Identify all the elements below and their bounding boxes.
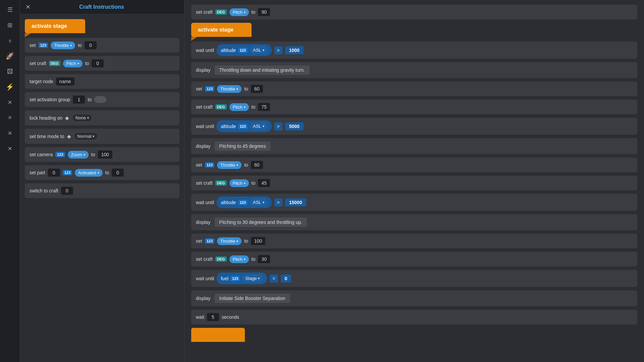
zoom-value[interactable]: 100 bbox=[98, 150, 112, 159]
to-label-r1: to bbox=[252, 9, 256, 15]
pitch-value[interactable]: 0 bbox=[92, 59, 104, 67]
set-craft-label-r4: set craft bbox=[196, 256, 213, 262]
throttle-dropdown-r3[interactable]: Throttle ▾ bbox=[217, 161, 241, 169]
op-greater-1: > bbox=[274, 46, 282, 54]
activate-stage-label-left: activate stage bbox=[32, 23, 67, 29]
diamond-icon2: ◆ bbox=[67, 133, 71, 139]
pitch-dropdown[interactable]: Pitch ▾ bbox=[63, 60, 83, 67]
set-part-block: set part 0 123 Activated ▾ to 0 bbox=[25, 165, 179, 180]
wait-until-label3: wait until bbox=[196, 200, 214, 205]
altitude-cond-2: altitude 123 ASL ▾ bbox=[217, 120, 271, 132]
activated-dropdown[interactable]: Activated ▾ bbox=[75, 169, 102, 177]
altitude-label3: altitude bbox=[221, 200, 236, 205]
zoom-dropdown[interactable]: Zoom ▾ bbox=[68, 151, 89, 159]
set-craft-pitch-block: set craft DEG Pitch ▾ to 0 bbox=[25, 56, 179, 71]
to-label-r2: to bbox=[244, 86, 248, 92]
display-block-4: display Initiate Side Booster Separation bbox=[191, 290, 637, 306]
set-label-r2: set bbox=[196, 86, 202, 92]
throttle-badge-r3: 123 bbox=[205, 162, 214, 168]
alt-value-1000[interactable]: 1000 bbox=[285, 46, 304, 54]
set-time-mode-block: set time mode to ◆ Normal ▾ bbox=[25, 129, 179, 144]
switch-craft-value[interactable]: 0 bbox=[61, 187, 73, 195]
throttle-value-60b[interactable]: 60 bbox=[251, 161, 263, 169]
seconds-label: seconds bbox=[222, 314, 239, 320]
alt-value-15000[interactable]: 15000 bbox=[285, 198, 306, 206]
asl-badge3: 123 bbox=[238, 200, 248, 205]
throttle-value-100[interactable]: 100 bbox=[251, 237, 265, 245]
target-node-value[interactable]: name bbox=[56, 77, 74, 85]
wait-value[interactable]: 5 bbox=[207, 313, 219, 321]
pitch-dropdown-r2[interactable]: Pitch ▾ bbox=[229, 103, 249, 111]
close-button[interactable]: ✕ bbox=[25, 3, 31, 11]
pitch-value-45[interactable]: 45 bbox=[258, 179, 270, 187]
part-value2[interactable]: 0 bbox=[112, 169, 124, 177]
stage-dropdown[interactable]: Stage ▾ bbox=[242, 275, 263, 282]
asl-dropdown2[interactable]: ASL ▾ bbox=[250, 122, 268, 130]
set-throttle-60-block: set 123 Throttle ▾ to 60 bbox=[191, 81, 637, 96]
stage-badge: 123 bbox=[230, 276, 240, 281]
list-icon[interactable]: ≡ bbox=[4, 111, 16, 124]
throttle-badge: 123 bbox=[39, 43, 48, 48]
pitch-badge: DEG bbox=[49, 61, 60, 66]
throttle-dropdown-r2[interactable]: Throttle ▾ bbox=[217, 85, 241, 93]
altitude-label1: altitude bbox=[221, 48, 236, 53]
bottom-orange-partial bbox=[191, 328, 637, 342]
set-label-r3: set bbox=[196, 162, 202, 168]
wait-until-label4: wait until bbox=[196, 276, 214, 281]
asl-badge2: 123 bbox=[238, 124, 248, 129]
throttle-dropdown[interactable]: Throttle ▾ bbox=[51, 42, 75, 49]
set-throttle-100-block: set 123 Throttle ▾ to 100 bbox=[191, 234, 637, 248]
to-label-r4: to bbox=[244, 238, 248, 244]
throttle-value[interactable]: 0 bbox=[85, 41, 97, 49]
alt-value-5000[interactable]: 5000 bbox=[285, 122, 304, 130]
part-value1[interactable]: 0 bbox=[48, 169, 60, 177]
math-icon[interactable]: ± bbox=[4, 34, 16, 47]
x-icon2[interactable]: ✕ bbox=[4, 127, 16, 139]
set-craft-pitch-75-block: set craft DEG Pitch ▾ to 75 bbox=[191, 100, 637, 114]
pitch-value-75[interactable]: 75 bbox=[258, 103, 270, 111]
set-craft-label-r3: set craft bbox=[196, 180, 213, 186]
activate-stage-label-right: activate stage bbox=[198, 27, 233, 33]
altitude-label2: altitude bbox=[221, 124, 236, 129]
asl-dropdown3[interactable]: ASL ▾ bbox=[250, 198, 268, 206]
activate-stage-block-left: activate stage bbox=[25, 19, 179, 33]
op-greater-2: > bbox=[274, 122, 282, 130]
set-throttle-60b-block: set 123 Throttle ▾ to 60 bbox=[191, 158, 637, 172]
time-mode-dropdown[interactable]: Normal ▾ bbox=[74, 132, 98, 140]
to-label5: to bbox=[105, 170, 109, 175]
set-activation-group-block: set activation group 1 to bbox=[25, 92, 179, 107]
bolt-icon[interactable]: ⚡ bbox=[4, 80, 16, 93]
set-camera-block: set camera 123 Zoom ▾ to 100 bbox=[25, 147, 179, 162]
throttle-badge-r2: 123 bbox=[205, 86, 214, 92]
pitch-value-30[interactable]: 30 bbox=[258, 255, 270, 263]
set-time-mode-label: set time mode to bbox=[30, 134, 64, 139]
set-craft-pitch-30-block: set craft DEG Pitch ▾ to 30 bbox=[191, 252, 637, 266]
pitch-dropdown-r3[interactable]: Pitch ▾ bbox=[229, 179, 249, 187]
grid-icon[interactable]: ⊞ bbox=[4, 19, 16, 32]
wait-until-label2: wait until bbox=[196, 124, 214, 129]
throttle-dropdown-r4[interactable]: Throttle ▾ bbox=[217, 237, 241, 245]
x-icon3[interactable]: ✕ bbox=[4, 142, 16, 155]
right-panel: set craft DEG Pitch ▾ to 90 activate sta… bbox=[184, 0, 644, 362]
menu-icon[interactable]: ☰ bbox=[4, 3, 16, 16]
x-vars-icon[interactable]: ✕ bbox=[4, 96, 16, 109]
act-group-value[interactable]: 1 bbox=[73, 96, 85, 104]
display-text-3: Pitching to 30 degrees and throttling up… bbox=[215, 218, 307, 227]
asl-dropdown1[interactable]: ASL ▾ bbox=[250, 46, 268, 54]
pitch-value-r1[interactable]: 90 bbox=[258, 8, 270, 16]
pitch-badge-r3: DEG bbox=[215, 180, 227, 186]
display-text-4: Initiate Side Booster Separation bbox=[215, 294, 290, 303]
pitch-dropdown-r4[interactable]: Pitch ▾ bbox=[229, 255, 249, 263]
dice-icon[interactable]: ⚄ bbox=[4, 65, 16, 78]
wait-seconds-block: wait 5 seconds bbox=[191, 310, 637, 324]
pitch-dropdown-r1[interactable]: Pitch ▾ bbox=[229, 8, 249, 16]
lock-heading-block: lock heading on ◆ None ▾ bbox=[25, 110, 179, 125]
panel-content: activate stage set 123 Throttle ▾ to 0 s… bbox=[20, 14, 184, 203]
throttle-value-60[interactable]: 60 bbox=[251, 85, 263, 93]
activation-toggle[interactable] bbox=[94, 96, 106, 103]
fuel-value-0[interactable]: 0 bbox=[281, 275, 291, 283]
heading-dropdown[interactable]: None ▾ bbox=[72, 114, 93, 122]
display-text-2: Pitching to 45 degrees bbox=[215, 141, 271, 151]
fuel-label: fuel bbox=[221, 276, 228, 281]
rocket-icon[interactable]: 🚀 bbox=[4, 50, 16, 62]
